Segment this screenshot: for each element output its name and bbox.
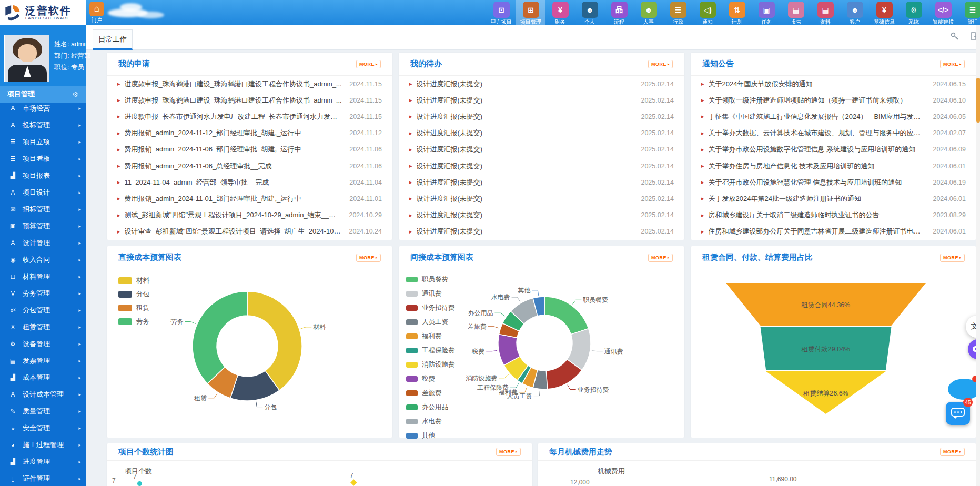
list-item[interactable]: ▸费用报销_admin_2024-11-06_总经理审批__完成2024.11.… bbox=[117, 158, 382, 174]
legend-item-通讯费[interactable]: 通讯费 bbox=[406, 289, 455, 298]
list-item[interactable]: ▸于征集《中国建筑施工行业信息化发展报告（2024）—BIM应用与发展》材料..… bbox=[701, 108, 966, 125]
list-item[interactable]: ▸关于召开市政公用设施智慧化管理 信息技术与应用培训班的通知2024.06.19 bbox=[701, 174, 966, 190]
list-item[interactable]: ▸关于领取一级注册建造师增项贴的通知（须持一建证书前来领取）2024.06.10 bbox=[701, 92, 966, 108]
list-item[interactable]: ▸设计审查_彭祖新城"四馆"景观工程设计项目_请选择_胡广生_2024-10-2… bbox=[117, 224, 382, 240]
notification-blob-button[interactable] bbox=[948, 379, 980, 400]
tab-daily-work[interactable]: 日常工作 bbox=[93, 29, 133, 50]
scrollbar-thumb[interactable] bbox=[976, 78, 980, 123]
sidebar-item-招标管理[interactable]: ✉招标管理▸ bbox=[0, 201, 86, 218]
logo[interactable]: 泛普软件 FANPU SOFTWARE bbox=[0, 0, 86, 25]
pie-slice-劳务[interactable] bbox=[193, 291, 247, 383]
list-item[interactable]: ▸住房和城乡建设部办公厅关于同意吉林省开展二级建造师注册证书电子化试点...20… bbox=[701, 224, 966, 240]
nav-item-基础信息[interactable]: ¥基础信息 bbox=[870, 0, 899, 25]
list-item[interactable]: ▸设计进度汇报(未提交)2025.02.14 bbox=[409, 224, 674, 240]
legend-item-福利费[interactable]: 福利费 bbox=[406, 332, 455, 341]
sidebar-item-项目设计[interactable]: A项目设计▸ bbox=[0, 184, 86, 201]
legend-item-其他[interactable]: 其他 bbox=[406, 431, 455, 440]
key-icon[interactable] bbox=[950, 32, 959, 41]
nav-item-行政[interactable]: ☰行政 bbox=[663, 0, 693, 25]
more-button[interactable]: MORE▸ bbox=[356, 60, 381, 68]
list-item[interactable]: ▸设计进度汇报(未提交)2025.02.14 bbox=[409, 174, 674, 190]
sidebar-item-预算管理[interactable]: ▣预算管理▸ bbox=[0, 218, 86, 235]
more-button[interactable]: MORE▸ bbox=[648, 254, 673, 262]
legend-item-人员工资[interactable]: 人员工资 bbox=[406, 318, 455, 327]
nav-item-管理[interactable]: ☰管理 bbox=[958, 0, 980, 25]
list-item[interactable]: ▸关于举办住房与房地产信息化 技术及应用培训班的通知2024.06.01 bbox=[701, 158, 966, 174]
more-button[interactable]: MORE▸ bbox=[648, 60, 673, 68]
more-button[interactable]: MORE▸ bbox=[940, 448, 965, 456]
sidebar-item-劳务管理[interactable]: V劳务管理▸ bbox=[0, 285, 86, 302]
legend-item-材料[interactable]: 材料 bbox=[118, 276, 149, 285]
nav-item-报告[interactable]: ▤报告 bbox=[781, 0, 811, 25]
sidebar-item-设备管理[interactable]: ⚙设备管理▸ bbox=[0, 336, 86, 352]
nav-item-智能建模[interactable]: </>智能建模 bbox=[928, 0, 958, 25]
legend-item-差旅费[interactable]: 差旅费 bbox=[406, 389, 455, 398]
nav-item-计划[interactable]: ⇅计划 bbox=[722, 0, 752, 25]
sidebar-item-施工过程管理[interactable]: ◕施工过程管理▸ bbox=[0, 437, 86, 453]
nav-item-个人[interactable]: ☻个人 bbox=[575, 0, 604, 25]
sidebar-item-项目看板[interactable]: ☰项目看板▸ bbox=[0, 150, 86, 167]
legend-item-水电费[interactable]: 水电费 bbox=[406, 417, 455, 426]
list-item[interactable]: ▸设计进度汇报(未提交)2025.02.14 bbox=[409, 141, 674, 158]
nav-item-portal[interactable]: ⌂ 门户 bbox=[88, 1, 106, 24]
pie-slice-职员餐费[interactable] bbox=[544, 297, 589, 335]
nav-item-客户[interactable]: ☻客户 bbox=[840, 0, 870, 25]
legend-item-职员餐费[interactable]: 职员餐费 bbox=[406, 275, 455, 284]
sidebar-item-投标管理[interactable]: A投标管理▸ bbox=[0, 117, 86, 134]
nav-item-流程[interactable]: 品流程 bbox=[604, 0, 634, 25]
list-item[interactable]: ▸进度款申报_长春市伊通河水力发电厂改建工程_长春市伊通河水力发电...2024… bbox=[117, 108, 382, 125]
chat-button[interactable]: 45 bbox=[946, 402, 970, 425]
legend-item-工程保险费[interactable]: 工程保险费 bbox=[406, 346, 455, 355]
legend-item-业务招待费[interactable]: 业务招待费 bbox=[406, 303, 455, 312]
list-item[interactable]: ▸费用报销_admin_2024-11-01_部门经理审批_胡建,_运行中202… bbox=[117, 190, 382, 207]
legend-item-分包[interactable]: 分包 bbox=[118, 290, 149, 299]
sidebar-item-进度管理[interactable]: ▟进度管理▸ bbox=[0, 453, 86, 470]
nav-item-系统[interactable]: ⚙系统 bbox=[899, 0, 928, 25]
sidebar-item-租赁管理[interactable]: X租赁管理▸ bbox=[0, 319, 86, 336]
list-item[interactable]: ▸进度款申报_珠海鹤港口建设_珠海鹤港口建设工程合作协议书_admin_...2… bbox=[117, 76, 382, 92]
list-item[interactable]: ▸设计进度汇报(未提交)2025.02.14 bbox=[409, 108, 674, 125]
list-item[interactable]: ▸设计进度汇报(未提交)2025.02.14 bbox=[409, 76, 674, 92]
more-button[interactable]: MORE▸ bbox=[496, 448, 521, 456]
nav-item-项目管理[interactable]: ⊞项目管理 bbox=[516, 0, 545, 25]
data-point-marker[interactable] bbox=[137, 481, 142, 486]
legend-item-消防设施费[interactable]: 消防设施费 bbox=[406, 360, 455, 369]
sidebar-item-安全管理[interactable]: ◒安全管理▸ bbox=[0, 420, 86, 437]
more-button[interactable]: MORE▸ bbox=[940, 254, 965, 262]
sidebar-item-项目报表[interactable]: ▟项目报表▸ bbox=[0, 167, 86, 184]
sidebar-item-设计管理[interactable]: A设计管理▸ bbox=[0, 235, 86, 251]
list-item[interactable]: ▸费用报销_admin_2024-11-12_部门经理审批_胡建,_运行中202… bbox=[117, 125, 382, 141]
nav-item-任务[interactable]: ▣任务 bbox=[752, 0, 781, 25]
list-item[interactable]: ▸设计进度汇报(未提交)2025.02.14 bbox=[409, 190, 674, 207]
more-button[interactable]: MORE▸ bbox=[356, 254, 381, 262]
legend-item-租赁[interactable]: 租赁 bbox=[118, 303, 149, 312]
list-item[interactable]: ▸关于举办大数据、云计算技术在城市建设、规划、管理与服务中的应用培训班...20… bbox=[701, 125, 966, 141]
nav-item-财务[interactable]: ¥财务 bbox=[545, 0, 575, 25]
data-point-marker[interactable] bbox=[350, 479, 357, 486]
list-item[interactable]: ▸设计进度汇报(未提交)2025.02.14 bbox=[409, 207, 674, 224]
list-item[interactable]: ▸费用报销_admin_2024-11-06_部门经理审批_胡建,_运行中202… bbox=[117, 141, 382, 158]
sidebar-item-证件管理[interactable]: ▯证件管理▸ bbox=[0, 470, 86, 486]
sidebar-item-项目立项[interactable]: ☰项目立项▸ bbox=[0, 134, 86, 150]
sidebar-item-成本管理[interactable]: ▟成本管理▸ bbox=[0, 369, 86, 386]
sidebar-item-分包管理[interactable]: x²分包管理▸ bbox=[0, 302, 86, 319]
nav-item-资料[interactable]: ▤资料 bbox=[811, 0, 840, 25]
sidebar-item-设计成本管理[interactable]: A设计成本管理▸ bbox=[0, 386, 86, 403]
list-item[interactable]: ▸测试_彭祖新城"四馆"景观工程设计项目_2024-10-29_admin_结束… bbox=[117, 207, 382, 224]
list-item[interactable]: ▸关于发放2024年第24批一级建造师注册证书的通知2024.06.01 bbox=[701, 190, 966, 207]
list-item[interactable]: ▸关于2024年国庆节放假安排的通知2024.06.15 bbox=[701, 76, 966, 92]
list-item[interactable]: ▸11_2024-11-04_admin_经营部_领导审批__完成2024.11… bbox=[117, 174, 382, 190]
list-item[interactable]: ▸设计进度汇报(未提交)2025.02.14 bbox=[409, 158, 674, 174]
list-item[interactable]: ▸设计进度汇报(未提交)2025.02.14 bbox=[409, 125, 674, 141]
sidebar-item-质量管理[interactable]: ✎质量管理▸ bbox=[0, 403, 86, 420]
gear-icon[interactable]: ⚙ bbox=[72, 90, 78, 98]
list-item[interactable]: ▸设计进度汇报(未提交)2025.02.14 bbox=[409, 92, 674, 108]
legend-item-税费[interactable]: 税费 bbox=[406, 374, 455, 383]
scrollbar[interactable] bbox=[976, 25, 980, 486]
sidebar-item-材料管理[interactable]: ⊟材料管理▸ bbox=[0, 268, 86, 285]
nav-item-甲方项目[interactable]: ⊡甲方项目 bbox=[487, 0, 516, 25]
list-item[interactable]: ▸进度款申报_珠海鹤港口建设_珠海鹤港口建设工程合作协议书_admin_...2… bbox=[117, 92, 382, 108]
legend-item-办公用品[interactable]: 办公用品 bbox=[406, 403, 455, 412]
nav-item-通知[interactable]: ◁)通知 bbox=[693, 0, 722, 25]
list-item[interactable]: ▸关于举办市政公用设施数字化管理信息 系统建设与应用培训班的通知2024.06.… bbox=[701, 141, 966, 158]
